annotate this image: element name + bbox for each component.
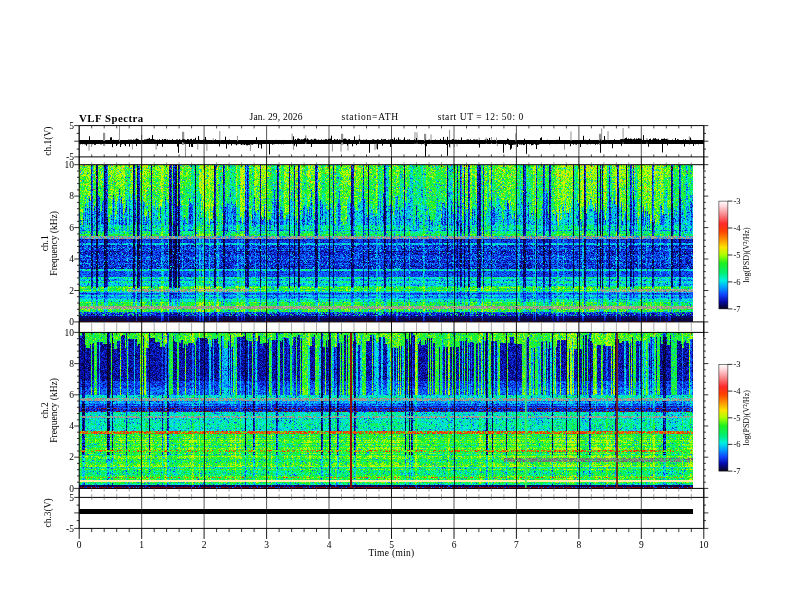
svg-text:6: 6 (69, 223, 74, 233)
svg-text:6: 6 (452, 540, 457, 550)
svg-text:4: 4 (69, 254, 74, 264)
svg-text:-6: -6 (734, 439, 741, 449)
svg-text:-5: -5 (66, 524, 74, 534)
svg-text:-7: -7 (734, 304, 741, 314)
svg-text:log(PSD)(V²/Hz): log(PSD)(V²/Hz) (742, 227, 751, 283)
svg-text:Time (min): Time (min) (368, 548, 414, 559)
svg-text:5: 5 (69, 121, 74, 131)
svg-text:6: 6 (69, 390, 74, 400)
svg-text:2: 2 (69, 452, 74, 462)
svg-text:4: 4 (69, 421, 74, 431)
svg-text:8: 8 (577, 540, 582, 550)
svg-text:-4: -4 (734, 386, 742, 396)
svg-text:2: 2 (69, 286, 74, 296)
svg-text:Jan. 29, 2026: Jan. 29, 2026 (250, 112, 303, 122)
svg-text:-6: -6 (734, 277, 741, 287)
svg-text:9: 9 (639, 540, 644, 550)
svg-text:10: 10 (65, 328, 75, 338)
svg-text:3: 3 (264, 540, 269, 550)
svg-text:10: 10 (699, 540, 709, 550)
svg-text:2: 2 (202, 540, 207, 550)
svg-text:-5: -5 (734, 250, 741, 260)
svg-text:ch.1(V): ch.1(V) (43, 127, 54, 156)
svg-text:7: 7 (514, 540, 519, 550)
svg-text:VLF Spectra: VLF Spectra (79, 112, 144, 124)
svg-text:-7: -7 (734, 466, 741, 476)
svg-text:1: 1 (139, 540, 144, 550)
svg-text:ch.3(V): ch.3(V) (43, 498, 54, 527)
svg-text:Frequency (kHz): Frequency (kHz) (50, 211, 61, 276)
svg-text:-4: -4 (734, 223, 742, 233)
svg-text:8: 8 (69, 191, 74, 201)
svg-text:0: 0 (69, 317, 74, 327)
svg-text:5: 5 (69, 493, 74, 503)
svg-text:station=ATH: station=ATH (342, 112, 399, 122)
svg-text:Frequency (kHz): Frequency (kHz) (50, 378, 61, 443)
svg-text:start UT = 12: 50: 0: start UT = 12: 50: 0 (438, 112, 524, 122)
svg-text:8: 8 (69, 359, 74, 369)
svg-text:-3: -3 (734, 359, 741, 369)
svg-text:0: 0 (77, 540, 82, 550)
svg-text:log(PSD)(V²/Hz): log(PSD)(V²/Hz) (742, 390, 751, 446)
svg-text:4: 4 (327, 540, 332, 550)
svg-text:10: 10 (65, 160, 75, 170)
svg-text:-3: -3 (734, 196, 741, 206)
svg-text:-5: -5 (734, 413, 741, 423)
